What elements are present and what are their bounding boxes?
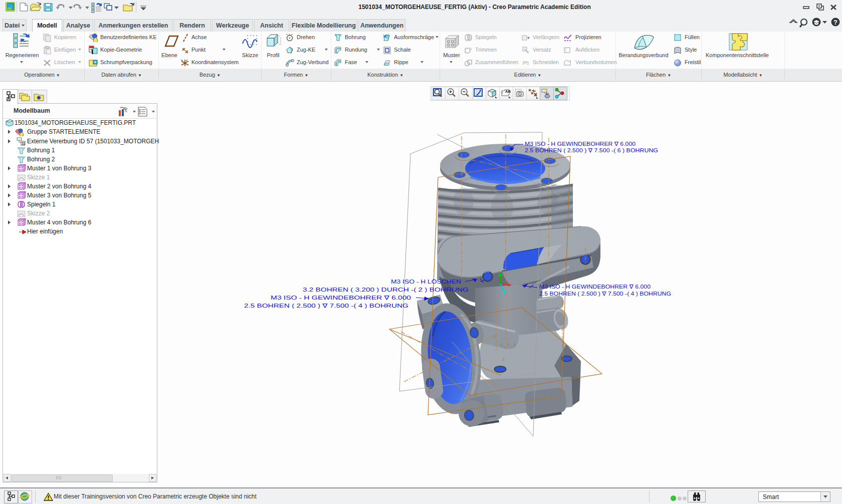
svg-text:2.5 BOHREN ( 2.500 ) ∇ 7.500: 2.5 BOHREN ( 2.500 ) ∇ 7.500 -( 4 ) BOHR…	[539, 291, 671, 297]
svg-text:M3 ISO - H GEWINDEBOHRER ∇ 6.0: M3 ISO - H GEWINDEBOHRER ∇ 6.000	[539, 284, 651, 290]
svg-text:z: z	[502, 356, 505, 362]
svg-text:y: y	[494, 333, 496, 339]
svg-text:M3 ISO - H LÖSCHEN: M3 ISO - H LÖSCHEN	[391, 279, 461, 285]
svg-text:C_T_1: C_T_1	[500, 343, 516, 348]
svg-text:2.5 BOHREN ( 2.500 ) ∇ 7.500: 2.5 BOHREN ( 2.500 ) ∇ 7.500 -( 6 ) BOHR…	[525, 147, 658, 153]
svg-text:2.5 BOHREN ( 2.500 ) ∇: 2.5 BOHREN ( 2.500 ) ∇ 7.500 -( 4 ) BOHR…	[244, 303, 408, 309]
svg-text:M3 ISO - H GEWINDEBOHRER: M3 ISO - H GEWINDEBOHRER ∇ 6.000	[271, 295, 411, 301]
svg-text:AB: AB	[505, 89, 511, 94]
svg-text:3.2 BOHREN ( 3.200 ): 3.2 BOHREN ( 3.200 ) DURCH -( 2 ) BOHRUN…	[303, 287, 469, 293]
svg-text:?: ?	[833, 19, 837, 26]
svg-text:M3 ISO - H GEWINDEBOHRER ∇ 6.0: M3 ISO - H GEWINDEBOHRER ∇ 6.000	[525, 141, 636, 147]
